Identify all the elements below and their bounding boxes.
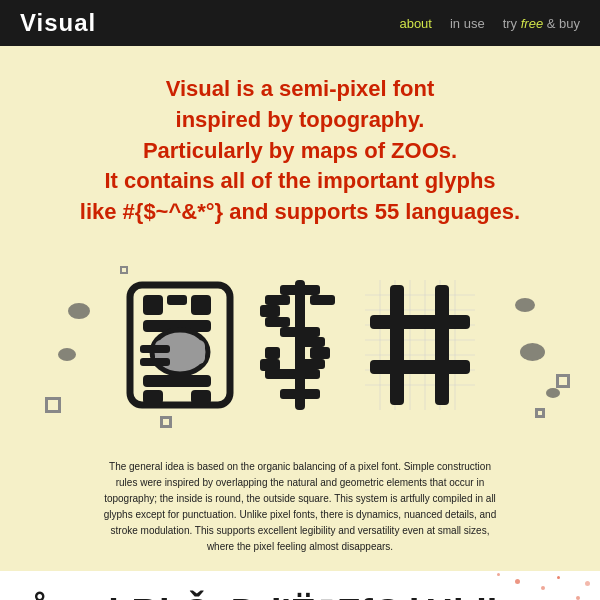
svg-rect-26 [295, 280, 305, 410]
svg-rect-1 [143, 295, 163, 315]
svg-rect-23 [260, 359, 280, 371]
euro-glyph [125, 280, 235, 410]
svg-rect-19 [310, 347, 330, 359]
deco-blob-1 [68, 303, 90, 319]
svg-rect-43 [435, 285, 449, 405]
dot-1 [515, 579, 520, 584]
deco-square-3 [556, 374, 570, 388]
svg-rect-13 [265, 295, 290, 305]
svg-rect-16 [265, 317, 290, 327]
logo: Visual [20, 9, 96, 37]
description-section: The general idea is based on the organic… [0, 443, 600, 571]
svg-rect-42 [390, 285, 404, 405]
svg-rect-2 [167, 295, 187, 305]
svg-rect-10 [143, 390, 163, 404]
hash-glyph [365, 280, 475, 410]
svg-rect-9 [143, 375, 211, 387]
glyph-icons [125, 280, 475, 410]
deco-blob-3 [515, 298, 535, 312]
alphabet-line-1: ÅąæbBbČçDd'ËēFfGġHhli [26, 591, 584, 600]
deco-blob-2 [58, 348, 76, 361]
svg-rect-7 [140, 345, 170, 353]
deco-blob-5 [546, 388, 560, 398]
hero-text: Visual is a semi-pixel font inspired by … [30, 74, 570, 228]
nav-about[interactable]: about [399, 16, 432, 31]
svg-rect-40 [370, 315, 470, 329]
svg-rect-3 [191, 295, 211, 315]
nav-in-use[interactable]: in use [450, 16, 485, 31]
dot-2 [541, 586, 545, 590]
deco-square-5 [120, 266, 128, 274]
svg-rect-41 [370, 360, 470, 374]
deco-square-1 [45, 397, 61, 413]
hero-section: Visual is a semi-pixel font inspired by … [0, 46, 600, 248]
nav-free[interactable]: free [521, 16, 543, 31]
svg-rect-11 [191, 390, 211, 404]
nav: about in use try free & buy [399, 16, 580, 31]
deco-square-4 [535, 408, 545, 418]
svg-rect-8 [140, 358, 170, 366]
deco-square-2 [160, 416, 172, 428]
alphabet-display: ÅąæbBbČçDd'ËēFfGġHhli JiKkLIMmNñØőPpQaŔř… [16, 591, 584, 600]
header: Visual about in use try free & buy [0, 0, 600, 46]
glyph-display [0, 248, 600, 443]
dollar-glyph [250, 280, 350, 410]
nav-try-buy: try free & buy [503, 16, 580, 31]
svg-rect-14 [310, 295, 335, 305]
description-text: The general idea is based on the organic… [100, 459, 500, 555]
svg-rect-15 [260, 305, 280, 317]
svg-rect-24 [265, 347, 280, 359]
alphabet-section: ÅąæbBbČçDd'ËēFfGġHhli JiKkLIMmNñØőPpQaŔř… [0, 571, 600, 600]
deco-blob-4 [520, 343, 545, 361]
dot-6 [585, 581, 590, 586]
dot-10 [497, 573, 500, 576]
dot-3 [557, 576, 560, 579]
